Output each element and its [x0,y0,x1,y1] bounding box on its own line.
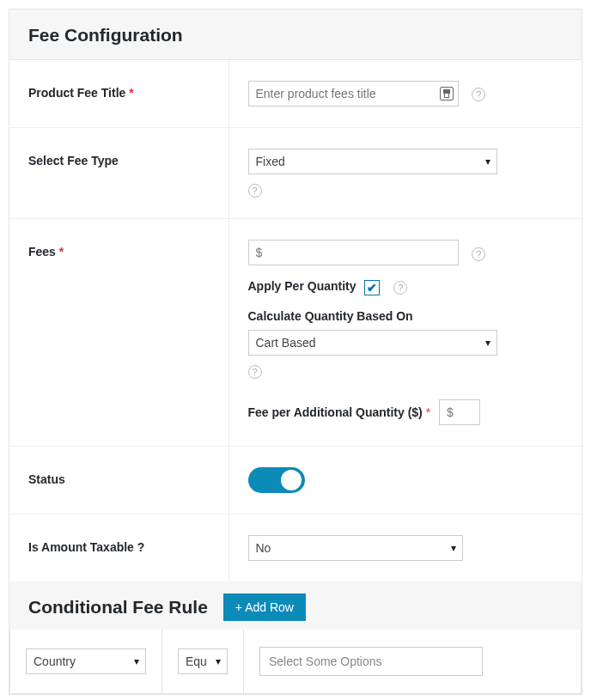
label-text: Select Fee Type [28,154,119,167]
fee-per-addl-row: Fee per Additional Quantity ($) * [248,399,564,425]
conditional-section-header: Conditional Fee Rule + Add Row [9,581,582,630]
label-text: Fees [28,245,56,259]
cond-field-select-wrap: Country [26,648,146,674]
label-product-fee-title: Product Fee Title * [9,60,228,128]
row-taxable: Is Amount Taxable ? No [9,514,582,581]
product-fee-title-input[interactable] [248,81,459,107]
label-text: Product Fee Title [28,86,125,100]
calc-qty-based-label: Calculate Quantity Based On [248,309,564,323]
help-icon[interactable]: ? [248,365,262,379]
cond-field-cell: Country [10,630,162,693]
conditional-title: Conditional Fee Rule [28,597,208,618]
label-taxable: Is Amount Taxable ? [9,514,228,581]
required-asterisk: * [426,405,430,419]
row-fees: Fees * ? Apply Per Quantity ✔ ? Calculat… [9,219,582,447]
taxable-select-wrap: No [248,535,463,561]
fee-configuration-panel: Fee Configuration Product Fee Title * ? [9,9,582,695]
help-icon[interactable]: ? [248,184,262,198]
add-row-button[interactable]: + Add Row [223,593,306,621]
row-select-fee-type: Select Fee Type Fixed ? [9,128,582,219]
fees-input[interactable] [248,240,459,265]
cond-values-cell: Select Some Options [244,630,581,693]
cond-op-select-wrap: Equa [178,648,228,674]
required-asterisk: * [129,86,133,100]
cond-operator-cell: Equa [162,630,244,693]
toggle-knob [281,470,302,490]
row-status: Status [9,446,582,514]
label-text: Status [28,472,65,486]
apply-per-qty-row: Apply Per Quantity ✔ ? [248,279,564,295]
apply-per-qty-label: Apply Per Quantity [248,279,356,293]
apply-per-qty-checkbox[interactable]: ✔ [364,280,380,295]
panel-header: Fee Configuration [9,9,582,60]
label-select-fee-type: Select Fee Type [9,128,228,219]
fee-type-select[interactable]: Fixed [248,149,497,174]
label-status: Status [9,446,228,514]
fee-type-select-wrap: Fixed [248,149,497,174]
status-toggle[interactable] [248,467,305,493]
row-product-fee-title: Product Fee Title * ? [9,60,582,128]
title-input-wrap [248,81,459,107]
calc-qty-based-row: Calculate Quantity Based On Cart Based ? [248,309,564,379]
calc-qty-select[interactable]: Cart Based [248,330,497,356]
cond-values-multiselect[interactable]: Select Some Options [259,647,483,676]
label-text: Is Amount Taxable ? [28,540,144,554]
required-asterisk: * [59,245,64,259]
conditional-rule-row: Country Equa Select Some Options [9,630,582,694]
help-icon[interactable]: ? [472,247,485,261]
cond-field-select[interactable]: Country [26,648,146,674]
fee-per-addl-label: Fee per Additional Quantity ($) [248,405,423,419]
taxable-select[interactable]: No [248,535,463,561]
help-icon[interactable]: ? [393,281,407,295]
fee-per-addl-input[interactable] [439,399,480,425]
fee-config-table: Product Fee Title * ? Select Fee Type [9,60,582,581]
calc-qty-select-wrap: Cart Based [248,330,497,356]
help-icon[interactable]: ? [472,88,485,101]
cond-operator-select[interactable]: Equa [178,648,228,674]
panel-title: Fee Configuration [28,25,563,46]
label-fees: Fees * [9,219,228,447]
